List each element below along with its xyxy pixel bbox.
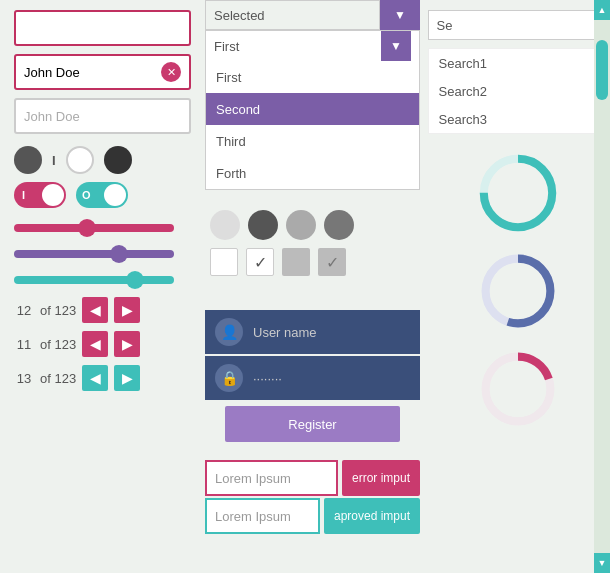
circle-gray[interactable] xyxy=(286,210,316,240)
radio-filled[interactable] xyxy=(104,146,132,174)
progress-ring-purple-svg xyxy=(473,246,563,336)
close-icon: ✕ xyxy=(167,66,176,79)
error-input-value: Lorem Ipsum xyxy=(215,471,291,486)
scrollbar-up-icon: ▲ xyxy=(598,5,607,15)
page-of-3: of 123 xyxy=(40,371,76,386)
error-label: error imput xyxy=(352,471,410,485)
switch-pink[interactable]: I xyxy=(14,182,66,208)
check-icon-gray: ✓ xyxy=(326,253,339,272)
page-next-2[interactable]: ▶ xyxy=(114,331,140,357)
checkbox-gray[interactable] xyxy=(282,248,310,276)
lock-icon-symbol: 🔒 xyxy=(221,370,238,386)
username-field[interactable]: 👤 User name xyxy=(205,310,420,354)
page-prev-1[interactable]: ◀ xyxy=(82,297,108,323)
progress-ring-pink xyxy=(473,344,563,434)
success-input-value: Lorem Ipsum xyxy=(215,509,291,524)
circle-empty[interactable] xyxy=(210,210,240,240)
pagination-row-1: 12 of 123 ◀ ▶ xyxy=(14,296,191,324)
placeholder-input[interactable]: John Doe xyxy=(14,98,191,134)
empty-input[interactable] xyxy=(14,10,191,46)
search-results-list: Search1 Search2 Search3 xyxy=(428,48,608,134)
slider-pink-knob[interactable] xyxy=(78,219,96,237)
arrow-left-icon: ◀ xyxy=(90,302,101,318)
dropdown-item-second[interactable]: Second xyxy=(206,93,419,125)
page-num-3: 13 xyxy=(14,371,34,386)
radio-empty[interactable] xyxy=(66,146,94,174)
dropdown-item-forth[interactable]: Forth xyxy=(206,157,419,189)
dropdown-header-arrow[interactable]: ▼ xyxy=(381,31,411,61)
scrollbar-thumb[interactable] xyxy=(596,40,608,100)
error-input-row: Lorem Ipsum error imput xyxy=(205,460,420,496)
switch-teal[interactable]: O xyxy=(76,182,128,208)
pagination-row-2: 11 of 123 ◀ ▶ xyxy=(14,330,191,358)
error-badge: error imput xyxy=(342,460,420,496)
scrollbar-down-button[interactable]: ▼ xyxy=(594,553,610,573)
progress-ring-teal xyxy=(473,148,563,238)
dropdown-selected[interactable]: Selected xyxy=(205,0,380,30)
page-of-2: of 123 xyxy=(40,337,76,352)
progress-ring-teal-svg xyxy=(473,148,563,238)
check-icon: ✓ xyxy=(254,253,267,272)
slider-pink-track[interactable] xyxy=(14,224,174,232)
radio-row: I xyxy=(14,146,191,174)
page-prev-3[interactable]: ◀ xyxy=(82,365,108,391)
switch-pink-label: I xyxy=(22,189,25,201)
lock-icon: 🔒 xyxy=(215,364,243,392)
arrow-right-icon-3: ▶ xyxy=(122,370,133,386)
slider-purple-track[interactable] xyxy=(14,250,174,258)
dropdown-arrow-button[interactable]: ▼ xyxy=(380,0,420,30)
circle-dgray[interactable] xyxy=(324,210,354,240)
scrollbar-up-button[interactable]: ▲ xyxy=(594,0,610,20)
clear-input-button[interactable]: ✕ xyxy=(161,62,181,82)
search-result-2[interactable]: Search2 xyxy=(429,77,607,105)
register-label: Register xyxy=(288,417,336,432)
dropdown-item-third[interactable]: Third xyxy=(206,125,419,157)
success-badge: aproved imput xyxy=(324,498,420,534)
slider-teal-knob[interactable] xyxy=(126,271,144,289)
progress-ring-purple xyxy=(473,246,563,336)
arrow-right-icon-2: ▶ xyxy=(122,336,133,352)
dropdown-header[interactable]: First ▼ xyxy=(206,31,419,61)
slider-purple-knob[interactable] xyxy=(110,245,128,263)
success-input-row: Lorem Ipsum aproved imput xyxy=(205,498,420,534)
middle-panel: Selected ▼ First ▼ First Second Third Fo… xyxy=(205,0,425,573)
error-input-field[interactable]: Lorem Ipsum xyxy=(205,460,338,496)
search-input[interactable] xyxy=(428,10,611,40)
scrollbar: ▲ ▼ xyxy=(594,0,610,573)
username-label: User name xyxy=(253,325,317,340)
password-dots: ········ xyxy=(253,371,282,386)
dropdown-item-first[interactable]: First xyxy=(206,61,419,93)
success-input-field[interactable]: Lorem Ipsum xyxy=(205,498,320,534)
page-prev-2[interactable]: ◀ xyxy=(82,331,108,357)
dropdown-header-arrow-icon: ▼ xyxy=(390,39,402,53)
register-button[interactable]: Register xyxy=(225,406,400,442)
user-icon: 👤 xyxy=(215,318,243,346)
password-field[interactable]: 🔒 ········ xyxy=(205,356,420,400)
search-result-1[interactable]: Search1 xyxy=(429,49,607,77)
page-num-2: 11 xyxy=(14,337,34,352)
page-num-1: 12 xyxy=(14,303,34,318)
toggle-label-i: I xyxy=(52,153,56,168)
arrow-left-icon-2: ◀ xyxy=(90,336,101,352)
circle-dark[interactable] xyxy=(248,210,278,240)
search-result-3[interactable]: Search3 xyxy=(429,105,607,133)
arrow-right-icon: ▶ xyxy=(122,302,133,318)
scrollbar-track[interactable] xyxy=(594,20,610,553)
input-value-text: John Doe xyxy=(24,65,80,80)
page-next-1[interactable]: ▶ xyxy=(114,297,140,323)
checkbox-gray-checked[interactable]: ✓ xyxy=(318,248,346,276)
check-radio-grid: ✓ ✓ xyxy=(210,210,354,276)
page-next-3[interactable]: ▶ xyxy=(114,365,140,391)
page-of-1: of 123 xyxy=(40,303,76,318)
switch-teal-label: O xyxy=(82,189,91,201)
placeholder-text: John Doe xyxy=(24,109,80,124)
left-panel: John Doe ✕ John Doe I I O xyxy=(0,0,205,573)
slider-teal-track[interactable] xyxy=(14,276,174,284)
sliders-group xyxy=(14,220,191,288)
checkbox-checked[interactable]: ✓ xyxy=(246,248,274,276)
radio-dark[interactable] xyxy=(14,146,42,174)
filled-input[interactable]: John Doe ✕ xyxy=(14,54,191,90)
dropdown-header-label: First xyxy=(214,39,239,54)
checkbox-empty[interactable] xyxy=(210,248,238,276)
switch-teal-knob xyxy=(104,184,126,206)
